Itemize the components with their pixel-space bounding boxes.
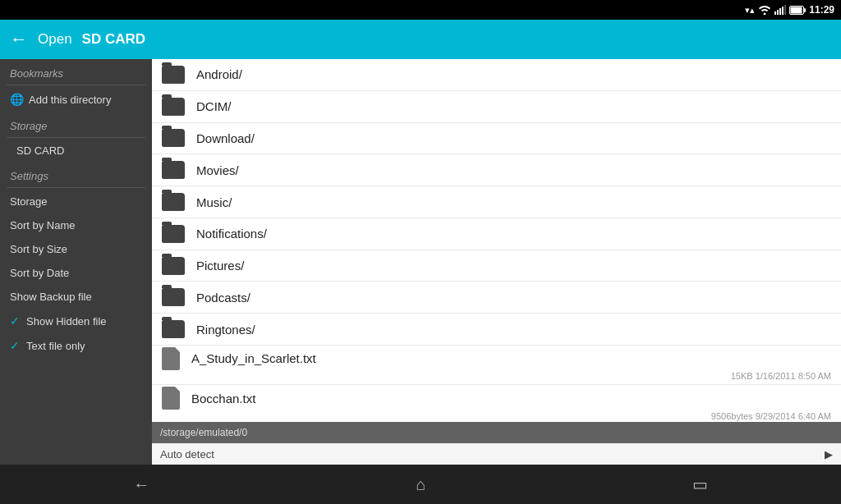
file-meta: 15KB 1/16/2011 8:50 AM	[731, 371, 831, 381]
file-study-scarlet[interactable]: A_Study_in_Scarlet.txt 15KB 1/16/2011 8:…	[152, 346, 841, 385]
storage-divider	[7, 137, 145, 138]
svg-rect-4	[782, 7, 784, 15]
home-nav-button[interactable]: ⌂	[416, 475, 425, 494]
detect-arrow-icon: ▶	[825, 448, 833, 460]
settings-storage-item[interactable]: Storage	[0, 190, 152, 213]
wifi-signal-icon	[758, 5, 771, 15]
status-icons: ▾▴ 11:29	[745, 4, 834, 16]
svg-rect-7	[804, 8, 806, 12]
folder-notifications[interactable]: Notifications/	[152, 218, 841, 250]
folder-icon	[162, 161, 185, 179]
open-label: Open	[38, 31, 72, 48]
folder-name: Download/	[196, 131, 831, 145]
folder-name: Pictures/	[196, 259, 831, 273]
folder-pictures[interactable]: Pictures/	[152, 250, 841, 282]
folder-icon	[162, 98, 185, 116]
sort-by-date-item[interactable]: Sort by Date	[0, 261, 152, 285]
file-icon	[162, 347, 180, 370]
folder-android[interactable]: Android/	[152, 59, 841, 91]
sdcard-storage-item[interactable]: SD CARD	[0, 140, 152, 162]
show-backup-item[interactable]: Show Backup file	[0, 285, 152, 309]
file-icon	[162, 387, 180, 410]
file-name: A_Study_in_Scarlet.txt	[191, 351, 831, 365]
sidebar: Bookmarks 🌐 Add this directory Storage S…	[0, 59, 152, 465]
bookmarks-divider	[7, 85, 145, 85]
status-bar: ▾▴ 11:29	[0, 0, 841, 20]
folder-icon	[162, 288, 185, 306]
svg-point-0	[764, 13, 766, 16]
path-row: /storage/emulated/0	[152, 422, 841, 443]
bookmarks-section-title: Bookmarks	[0, 59, 152, 83]
nav-bar: ← ⌂ ▭	[0, 465, 841, 504]
folder-icon	[162, 66, 185, 84]
globe-icon: 🌐	[10, 93, 24, 106]
svg-rect-8	[791, 7, 802, 13]
file-name: Bocchan.txt	[191, 392, 831, 405]
back-nav-button[interactable]: ←	[133, 475, 149, 494]
storage-section-title: Storage	[0, 112, 152, 135]
wifi-icon: ▾▴	[745, 5, 755, 16]
folder-ringtones[interactable]: Ringtones/	[152, 314, 841, 346]
folder-name: Notifications/	[196, 227, 831, 241]
text-file-only-item[interactable]: Text file only	[0, 333, 152, 358]
folder-music[interactable]: Music/	[152, 186, 841, 218]
file-bocchan[interactable]: Bocchan.txt 9506bytes 9/29/2014 6:40 AM	[152, 385, 841, 424]
folder-name: Movies/	[196, 163, 831, 177]
top-bar: ← Open SD CARD	[0, 20, 841, 59]
folder-name: DCIM/	[196, 99, 831, 113]
folder-download[interactable]: Download/	[152, 123, 841, 155]
settings-divider	[7, 187, 145, 188]
detect-row[interactable]: Auto detect ▶	[152, 443, 841, 465]
folder-icon	[162, 320, 185, 338]
sort-by-name-item[interactable]: Sort by Name	[0, 213, 152, 237]
battery-icon	[789, 6, 806, 15]
folder-name: Music/	[196, 195, 831, 209]
folder-icon	[162, 193, 185, 211]
detect-label: Auto detect	[160, 448, 214, 460]
show-hidden-item[interactable]: Show Hidden file	[0, 309, 152, 333]
add-directory-button[interactable]: 🌐 Add this directory	[0, 87, 152, 112]
settings-section-title: Settings	[0, 162, 152, 186]
folder-name: Ringtones/	[196, 323, 831, 337]
folder-icon	[162, 129, 185, 147]
file-list: Android/ DCIM/ Download/ Movies/ Music/ …	[152, 59, 841, 465]
bottom-info: /storage/emulated/0 Auto detect ▶	[152, 422, 841, 465]
svg-rect-5	[784, 5, 786, 15]
signal-icon	[774, 5, 786, 15]
sort-by-size-item[interactable]: Sort by Size	[0, 237, 152, 261]
recent-nav-button[interactable]: ▭	[692, 474, 708, 494]
folder-podcasts[interactable]: Podcasts/	[152, 282, 841, 314]
path-text: /storage/emulated/0	[160, 427, 247, 438]
time-display: 11:29	[809, 4, 834, 16]
folder-icon	[162, 257, 185, 275]
main-layout: Bookmarks 🌐 Add this directory Storage S…	[0, 59, 841, 465]
folder-name: Podcasts/	[196, 291, 831, 305]
file-meta: 9506bytes 9/29/2014 6:40 AM	[711, 411, 831, 421]
folder-movies[interactable]: Movies/	[152, 154, 841, 186]
folder-name: Android/	[196, 67, 831, 81]
svg-rect-2	[777, 10, 779, 15]
folder-icon	[162, 225, 185, 243]
svg-rect-1	[774, 11, 776, 15]
back-button[interactable]: ←	[10, 29, 28, 50]
folder-dcim[interactable]: DCIM/	[152, 91, 841, 123]
top-bar-title: SD CARD	[82, 31, 145, 48]
svg-rect-3	[779, 8, 781, 15]
